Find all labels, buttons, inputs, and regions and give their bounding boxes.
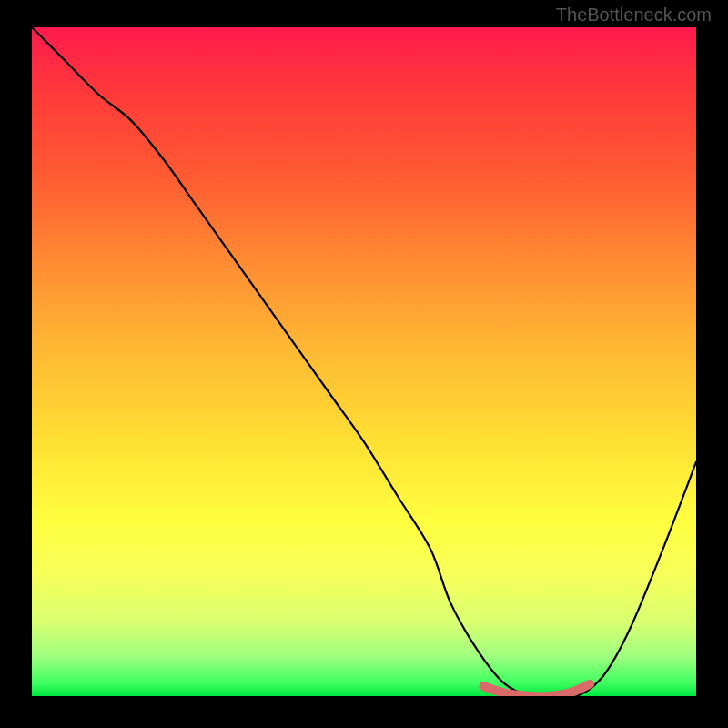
bottleneck-curve-path: [32, 27, 696, 696]
watermark-text: TheBottleneck.com: [556, 5, 712, 25]
highlight-segment-path: [483, 684, 590, 696]
chart-svg: [32, 27, 696, 696]
chart-plot-area: [32, 27, 696, 696]
